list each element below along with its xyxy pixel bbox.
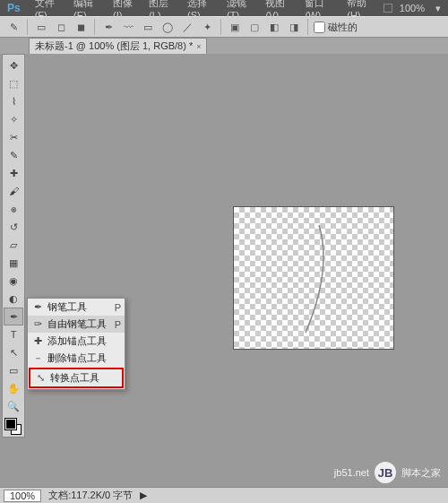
watermark-text: 脚本之家 [401, 466, 441, 480]
delete-anchor-icon: － [31, 351, 44, 365]
menu-bar: Ps 文件(F) 编辑(E) 图像(I) 图层(L) 选择(S) 滤镜(T) 视… [0, 0, 448, 16]
shape-tool[interactable]: ▭ [4, 361, 23, 379]
fill-mode-icon[interactable]: ◼ [73, 19, 89, 35]
hand-tool[interactable]: ✋ [4, 379, 23, 397]
type-tool[interactable]: T [4, 325, 23, 343]
menu-select[interactable]: 选择(S) [184, 0, 221, 21]
tool-preset-icon[interactable]: ✎ [5, 19, 22, 35]
menu-freeform[interactable]: ✑ 自由钢笔工具 P [28, 316, 125, 333]
workarea [27, 54, 443, 485]
zoom-label: 100% [396, 3, 428, 13]
lasso-tool[interactable]: ⌇ [4, 92, 23, 110]
subtract-icon[interactable]: ▢ [246, 19, 263, 35]
menu-window[interactable]: 窗口(W) [301, 0, 341, 21]
pen-icon[interactable]: ✒ [100, 19, 116, 35]
color-swatch[interactable] [5, 419, 22, 435]
magnetic-checkbox[interactable]: 磁性的 [314, 21, 358, 34]
magnetic-input[interactable] [314, 22, 325, 33]
menu-edit[interactable]: 编辑(E) [70, 0, 108, 21]
menu-view[interactable]: 视图(V) [262, 0, 299, 21]
line-icon[interactable]: ／ [179, 19, 195, 35]
watermark: jb51.net JB 脚本之家 [334, 462, 441, 483]
pen-flyout-menu: ✒ 钢笔工具 P ✑ 自由钢笔工具 P ✚ 添加锚点工具 － 删除锚点工具 ⤡ … [27, 298, 125, 390]
app-logo: Ps [4, 2, 24, 14]
menu-image[interactable]: 图像(I) [109, 0, 143, 21]
crop-tool[interactable]: ✂ [4, 128, 23, 146]
stamp-tool[interactable]: ⎈ [4, 200, 23, 218]
zoom-tool[interactable]: 🔍 [4, 397, 23, 415]
eraser-tool[interactable]: ▱ [4, 236, 23, 254]
wand-tool[interactable]: ✧ [4, 110, 23, 128]
marquee-tool[interactable]: ⬚ [4, 74, 23, 92]
ellipse-icon[interactable]: ◯ [159, 19, 176, 35]
watermark-logo: JB [375, 462, 396, 483]
move-tool[interactable]: ✥ [4, 56, 23, 74]
path-tool[interactable]: ↖ [4, 343, 23, 361]
screen-mode-icon[interactable] [383, 4, 392, 13]
exclude-icon[interactable]: ◨ [286, 19, 302, 35]
convert-icon: ⤡ [34, 372, 47, 384]
chevron-down-icon[interactable]: ▾ [432, 3, 444, 14]
menu-convert-point[interactable]: ⤡ 转换点工具 [29, 368, 124, 388]
menu-add-anchor[interactable]: ✚ 添加锚点工具 [28, 333, 125, 350]
chevron-right-icon[interactable]: ▶ [140, 490, 147, 501]
dodge-tool[interactable]: ◐ [4, 290, 23, 308]
blur-tool[interactable]: ◉ [4, 272, 23, 290]
document-tab-bar: 未标题-1 @ 100% (图层 1, RGB/8) * × [0, 38, 448, 54]
menu-filter[interactable]: 滤镜(T) [223, 0, 260, 21]
add-anchor-icon: ✚ [31, 335, 44, 347]
toolbox: ✥ ⬚ ⌇ ✧ ✂ ✎ ✚ 🖌 ⎈ ↺ ▱ ▦ ◉ ◐ ✒ T ↖ ▭ ✋ 🔍 [2, 54, 25, 438]
close-icon[interactable]: × [196, 42, 201, 51]
zoom-field[interactable]: 100% [4, 490, 41, 502]
menu-help[interactable]: 帮助(H) [343, 0, 382, 21]
combine-icon[interactable]: ▣ [227, 19, 243, 35]
menu-file[interactable]: 文件(F) [31, 0, 68, 21]
shape-mode-icon[interactable]: ◻ [53, 19, 69, 35]
canvas[interactable] [233, 206, 394, 350]
pen-icon: ✒ [31, 301, 44, 313]
intersect-icon[interactable]: ◧ [266, 19, 282, 35]
fg-color[interactable] [5, 419, 16, 429]
freeform-icon[interactable]: 〰 [120, 19, 136, 35]
status-bar: 100% 文档:117.2K/0 字节 ▶ [0, 487, 448, 503]
history-tool[interactable]: ↺ [4, 218, 23, 236]
menu-delete-anchor[interactable]: － 删除锚点工具 [28, 350, 125, 367]
tab-title: 未标题-1 @ 100% (图层 1, RGB/8) * [35, 39, 193, 53]
watermark-site: jb51.net [334, 467, 369, 478]
brush-tool[interactable]: 🖌 [4, 182, 23, 200]
document-tab[interactable]: 未标题-1 @ 100% (图层 1, RGB/8) * × [29, 38, 207, 54]
freeform-icon: ✑ [31, 318, 44, 330]
menu-pen[interactable]: ✒ 钢笔工具 P [28, 299, 125, 316]
gradient-tool[interactable]: ▦ [4, 254, 23, 272]
pen-tool[interactable]: ✒ [4, 308, 23, 325]
heal-tool[interactable]: ✚ [4, 164, 23, 182]
custom-icon[interactable]: ✦ [199, 19, 215, 35]
menu-layer[interactable]: 图层(L) [145, 0, 182, 21]
doc-size: 文档:117.2K/0 字节 [48, 489, 133, 502]
rect-icon[interactable]: ▭ [140, 19, 156, 35]
path-mode-icon[interactable]: ▭ [33, 19, 49, 35]
eyedropper-tool[interactable]: ✎ [4, 146, 23, 164]
